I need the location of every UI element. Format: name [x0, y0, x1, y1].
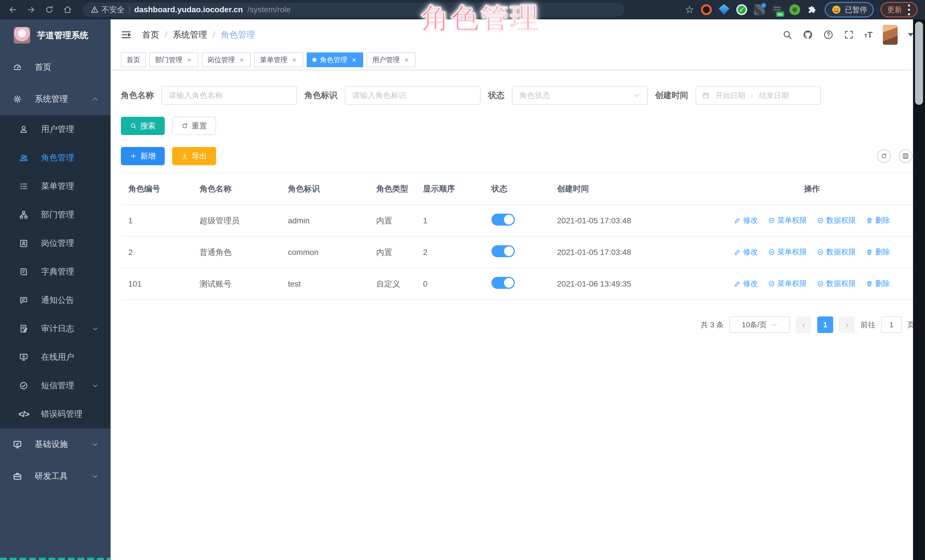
data-permission-link[interactable]: 数据权限 — [817, 247, 856, 257]
bookmark-star-icon[interactable]: ☆ — [685, 5, 694, 15]
delete-link[interactable]: 删除 — [866, 279, 890, 288]
breadcrumb-current: 角色管理 — [221, 29, 255, 41]
table-row: 101 测试账号 test 自定义 0 2021-01-06 13:49:35 … — [121, 268, 915, 300]
caret-down-icon[interactable] — [908, 33, 914, 36]
menu-permission-link[interactable]: 菜单权限 — [768, 247, 807, 257]
sidebar-item-sms[interactable]: 短信管理 — [0, 371, 111, 400]
sidebar-item-users[interactable]: 用户管理 — [0, 115, 111, 144]
delete-link[interactable]: 删除 — [866, 215, 890, 225]
reset-button[interactable]: 重置 — [172, 117, 216, 135]
not-secure-warning[interactable]: 不安全 — [90, 5, 125, 15]
sidebar-item-roles[interactable]: 角色管理 — [0, 144, 111, 172]
tab-roles[interactable]: 角色管理× — [307, 53, 363, 67]
status-toggle[interactable] — [491, 245, 515, 257]
page-scrollbar[interactable] — [913, 20, 925, 560]
col-role-type: 角色类型 — [369, 173, 416, 205]
breadcrumb-system[interactable]: 系统管理 — [173, 29, 207, 41]
extension-icon-2[interactable] — [719, 4, 729, 15]
font-size-icon[interactable]: тT — [864, 30, 872, 40]
menu-permission-link[interactable]: 菜单权限 — [768, 215, 807, 225]
edit-link[interactable]: 修改 — [734, 215, 758, 225]
extension-icon-3[interactable]: ✓ — [736, 4, 747, 15]
prev-page-button[interactable]: ‹ — [795, 317, 812, 333]
goto-prefix: 前往 — [860, 320, 875, 330]
address-bar[interactable]: 不安全 dashboard.yudao.iocoder.cn /system/r… — [83, 3, 624, 17]
sidebar-item-dict[interactable]: 字典管理 — [0, 258, 111, 286]
toggle-columns-button[interactable] — [899, 149, 913, 163]
close-icon[interactable]: × — [291, 56, 298, 65]
extension-icon-4[interactable] — [754, 4, 765, 15]
search-icon[interactable] — [782, 30, 792, 40]
status-toggle[interactable] — [491, 214, 515, 225]
edit-link[interactable]: 修改 — [734, 279, 758, 288]
delete-link[interactable]: 删除 — [866, 247, 890, 257]
fullscreen-icon[interactable] — [844, 30, 854, 40]
menu-permission-link[interactable]: 菜单权限 — [768, 279, 807, 288]
extension-icon-1[interactable] — [701, 4, 712, 15]
export-button[interactable]: 导出 — [172, 147, 216, 165]
page-number-1[interactable]: 1 — [817, 317, 833, 333]
refresh-table-button[interactable] — [877, 149, 891, 163]
sidebar-item-departments[interactable]: 部门管理 — [0, 201, 111, 229]
sidebar-item-audit-log[interactable]: 审计日志 — [0, 314, 111, 343]
header-actions: тT — [782, 25, 914, 45]
tab-menus[interactable]: 菜单管理× — [254, 53, 303, 67]
extension-icon-6[interactable] — [789, 4, 800, 15]
sidebar-item-error-codes[interactable]: </> 错误码管理 — [0, 400, 111, 428]
status-select[interactable]: 角色状态 — [512, 86, 648, 105]
date-range-picker[interactable]: 开始日期 - 结束日期 — [696, 86, 821, 105]
check-circle-icon — [817, 249, 824, 255]
sidebar-item-infrastructure[interactable]: 基础设施 — [0, 428, 111, 460]
sidebar-toggle-icon[interactable] — [121, 29, 132, 40]
search-button[interactable]: 搜索 — [121, 117, 165, 135]
tab-home[interactable]: 首页 — [121, 53, 146, 67]
browser-reload-button[interactable] — [42, 2, 57, 17]
tab-posts[interactable]: 岗位管理× — [202, 53, 251, 67]
edit-link[interactable]: 修改 — [734, 247, 758, 257]
breadcrumb-home[interactable]: 首页 — [142, 29, 159, 41]
page-size-select[interactable]: 10条/页 — [729, 317, 790, 333]
close-icon[interactable]: × — [403, 56, 410, 65]
browser-back-button[interactable] — [5, 2, 21, 17]
cell-create-time: 2021-01-05 17:03:48 — [550, 236, 709, 268]
browser-menu-icon[interactable]: ••• — [907, 3, 911, 16]
add-button[interactable]: 新增 — [121, 147, 165, 165]
goto-page-input[interactable] — [881, 317, 902, 333]
next-page-button[interactable]: › — [839, 317, 855, 333]
user-icon — [19, 125, 29, 134]
sidebar-item-dev-tools[interactable]: 研发工具 — [0, 460, 111, 492]
app-logo[interactable]: 芋道管理系统 — [0, 20, 111, 51]
scrollbar-thumb[interactable] — [915, 22, 923, 105]
data-permission-link[interactable]: 数据权限 — [817, 279, 856, 288]
extension-icon-5[interactable]: on — [771, 4, 782, 15]
check-circle-icon — [817, 217, 824, 224]
profile-paused-pill[interactable]: 已暂停 — [825, 2, 874, 17]
breadcrumb-separator: / — [165, 30, 167, 40]
sidebar-item-notice[interactable]: 通知公告 — [0, 286, 111, 314]
page-content: 角色名称 角色标识 状态 角色状态 创建时间 开始日期 - 结束日期 — [111, 70, 925, 560]
role-key-input[interactable] — [345, 86, 481, 105]
browser-forward-button[interactable] — [23, 2, 39, 17]
close-icon[interactable]: × — [351, 56, 357, 65]
user-avatar[interactable] — [883, 25, 898, 45]
close-icon[interactable]: × — [238, 56, 245, 65]
sidebar-item-online-users[interactable]: 在线用户 — [0, 343, 111, 371]
cell-role-key: admin — [280, 205, 369, 236]
role-name-input[interactable] — [161, 86, 297, 105]
sidebar-item-home[interactable]: 首页 — [0, 51, 111, 83]
data-permission-link[interactable]: 数据权限 — [817, 215, 856, 225]
chevron-down-icon — [92, 325, 99, 332]
sidebar-item-system[interactable]: 系统管理 — [0, 83, 111, 115]
status-toggle[interactable] — [491, 277, 515, 289]
sidebar-item-menus[interactable]: 菜单管理 — [0, 172, 111, 201]
browser-home-button[interactable] — [60, 2, 75, 17]
tab-departments[interactable]: 部门管理× — [149, 53, 198, 67]
close-icon[interactable]: × — [186, 56, 193, 65]
cell-sort: 2 — [416, 236, 484, 268]
sidebar-item-posts[interactable]: 岗位管理 — [0, 229, 111, 258]
browser-update-pill[interactable]: 更新 ••• — [881, 2, 917, 17]
help-icon[interactable] — [823, 30, 833, 40]
extensions-puzzle-icon[interactable] — [807, 4, 818, 15]
github-icon[interactable] — [803, 30, 813, 40]
tab-users[interactable]: 用户管理× — [366, 53, 416, 67]
